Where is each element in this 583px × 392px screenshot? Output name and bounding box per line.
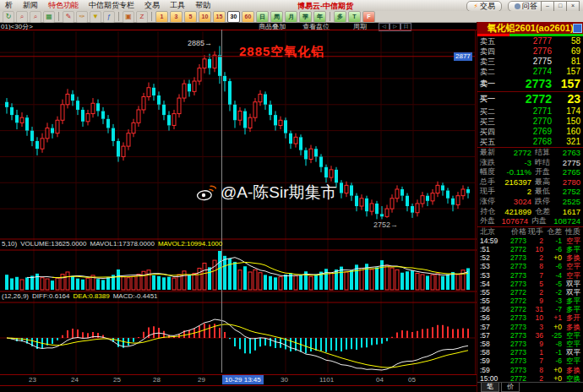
overlay-icon[interactable]: ▦ [43,11,55,23]
period-button-15[interactable]: 15 [213,11,226,23]
quote-info-grid: 最新2772结算2763涨跌-3昨结2775幅度-0.11%开盘2765总手21… [477,147,583,226]
info-row-7: 外盘107674内盘108724 [477,216,583,226]
menu-item-0[interactable]: 析 [0,1,18,9]
tape-row: :57277336-25空平 [477,331,583,340]
volume-indicator-label: 5,10)VOLUME:13625.0000MAVOL1:17378.0000M… [2,240,226,248]
volume-layer [5,251,470,290]
tape-row: :56277310+1多开 [477,313,583,322]
tape-row: :5827739-8空平 [477,340,583,348]
title-menu-bar: 析新闻特色功能中信期货专栏交易工具帮助 博易云-中信期货 ⚡ 交易 问答 –□× [0,0,583,11]
tick-tape: 14:5927732-1空平:51277210-6多平:5227732+0多换:… [477,237,583,383]
toolbar-extra-icon-0[interactable]: 多 [334,11,346,23]
time-axis: 232425282910-29 13:453011010405 [0,374,477,386]
info-row-0: 最新2772结算2763 [477,148,583,158]
info-row-1: 涨跌-3昨结2775 [477,158,583,168]
zoom-out-icon[interactable]: ⌕ [30,11,41,23]
tape-row: :5827731-1双平 [477,348,583,357]
filter-icon[interactable]: ▼ [90,11,101,23]
tape-row: :5427735-5双平 [477,280,583,288]
monitor-icon[interactable]: ▣ [123,11,134,23]
trendline-icon[interactable]: Z [136,11,148,23]
tape-tab-笔[interactable]: 笔 [481,383,499,392]
menu-item-2[interactable]: 特色功能 [43,1,84,9]
brush-icon[interactable]: ✑ [76,11,88,23]
panel-settings-icon[interactable] [573,24,582,33]
lightning-icon: ⚡ [473,2,478,11]
ask-row[interactable]: 卖五277758 [477,36,583,46]
period-button-日[interactable]: 日 [256,11,269,23]
crosshair-time-label: 10-29 13:45 [222,375,264,384]
info-row-5: 涨停3024跌停2525 [477,197,583,207]
toolbar: ↻⌕⌕▦✎✑▼ƒ▣Z13510153060日周月季年多TF [0,11,583,23]
bid-row[interactable]: 买三2770150 [477,117,583,127]
tape-row: :5227732+0多换 [477,253,583,262]
bid-row[interactable]: 买二2771174 [477,106,583,117]
period-button-年[interactable]: 年 [313,11,326,23]
ask-row[interactable]: 卖一2773157 [477,77,583,91]
low-price-annotation: 2752→ [373,220,398,229]
bid-row[interactable]: 买四2769160 [477,127,583,137]
formula-icon[interactable]: ƒ [103,11,115,23]
toolbar-extra-icon-2[interactable]: F [362,11,375,23]
ask-row[interactable]: 卖三277581 [477,57,583,67]
chat-icon [515,3,520,9]
tape-row: 14:5927732-1空平 [477,237,583,245]
tape-header: 北京价格现手仓差性质 [477,226,583,237]
menu-bar: 析新闻特色功能中信期货专栏交易工具帮助 [0,0,215,11]
ask-row[interactable]: 卖四277669 [477,46,583,57]
axis-label: 25 [113,376,121,384]
ask-row[interactable]: 卖二2774157 [477,67,583,77]
crosshair-price-label: 2877 [454,52,472,61]
period-button-月[interactable]: 月 [285,11,297,23]
menu-item-4[interactable]: 交易 [139,1,165,9]
toolbar-extra-icon-1[interactable]: T [348,11,361,23]
period-button-10[interactable]: 10 [199,11,211,23]
info-row-6: 持仓421899仓差1617 [477,207,583,217]
axis-label: 29 [198,376,205,384]
zoom-in-icon[interactable]: ⌕ [16,11,28,23]
tape-row: :51277210-6多平 [477,245,583,253]
bid-row[interactable]: 买一277223 [477,91,583,106]
tape-row: :5327738-6空平 [477,262,583,270]
pencil-icon[interactable]: ✎ [63,11,74,23]
tape-row: :56277231-7多平 [477,305,583,313]
tape-tabs: 笔价 [477,382,583,392]
menu-item-1[interactable]: 新闻 [18,1,43,9]
chart-header-strip: 01)<30分> 商品叠加 查看盘位 周期 ◁ ▷ 日 [0,23,477,30]
refresh-icon[interactable]: ↻ [3,11,14,23]
menu-item-3[interactable]: 中信期货专栏 [84,1,139,9]
quote-panel-title: 氧化铝2601(ao2601) [477,22,583,34]
period-button-5[interactable]: 5 [184,11,197,23]
macd-indicator-label: (12,26,9)DIFF:0.6164DEA:0.8389MACD:-0.44… [2,292,161,300]
menu-item-5[interactable]: 工具 [165,1,190,9]
tape-row: :5727733+0多换 [477,323,583,331]
tape-tab-价[interactable]: 价 [501,383,520,392]
order-book: 卖五277758卖四277669卖三277581卖二2774157卖一27731… [477,36,583,147]
tape-row: :5927738+0多换 [477,366,583,374]
weibo-icon [196,185,216,201]
quote-panel: 氧化铝2601(ao2601) 卖五277758卖四277669卖三277581… [477,22,583,392]
short-note-annotation: 2885空氧化铝 [239,44,324,60]
axis-label: 05 [408,376,416,384]
period-button-3[interactable]: 3 [170,11,183,23]
tape-row: :5527722-2双平 [477,288,583,297]
axis-label: 24 [71,376,79,384]
period-button-周[interactable]: 周 [270,11,283,23]
period-button-60[interactable]: 60 [242,11,254,23]
bid-row[interactable]: 买五2768321 [477,137,583,147]
axis-label: 30 [281,376,288,384]
menu-item-6[interactable]: 帮助 [190,1,215,9]
tape-row: :5927737-6空平 [477,357,583,365]
high-price-annotation: 2885→ [188,39,212,47]
period-button-30[interactable]: 30 [227,11,240,23]
info-row-3: 总手216397最高2780 [477,177,583,188]
tape-row: :5327737-4空平 [477,271,583,280]
axis-label: 1101 [319,376,334,384]
trading-terminal-window: 析新闻特色功能中信期货专栏交易工具帮助 博易云-中信期货 ⚡ 交易 问答 –□×… [0,0,583,392]
period-button-1[interactable]: 1 [155,11,168,23]
tape-row: :5527729-3多平 [477,297,583,305]
axis-label: 28 [153,376,161,384]
watermark: @A-陈Sir期集市 [196,182,337,204]
period-button-季[interactable]: 季 [299,11,312,23]
info-row-4: 现手2最低2752 [477,187,583,197]
